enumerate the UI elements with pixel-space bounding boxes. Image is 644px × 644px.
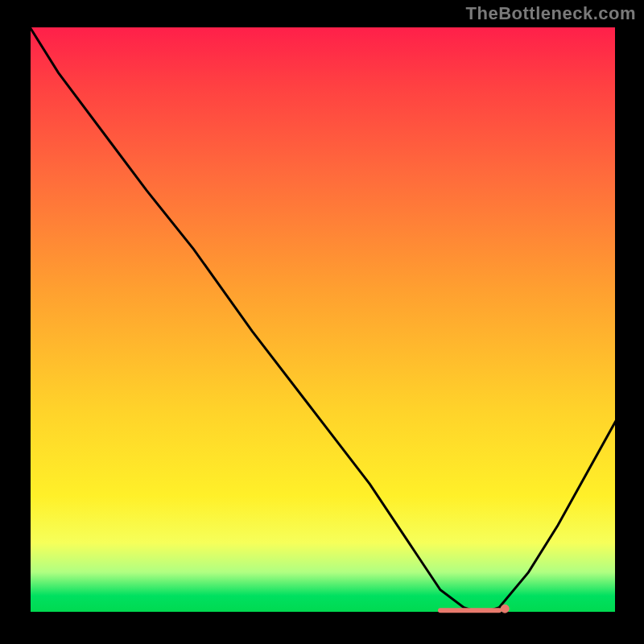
bottleneck-curve-svg <box>29 26 617 613</box>
plot-area <box>29 26 617 613</box>
valley-marker-dot <box>501 605 509 613</box>
watermark-text: TheBottleneck.com <box>466 3 636 24</box>
chart-frame: TheBottleneck.com <box>0 0 644 644</box>
bottleneck-curve-path <box>29 26 617 613</box>
